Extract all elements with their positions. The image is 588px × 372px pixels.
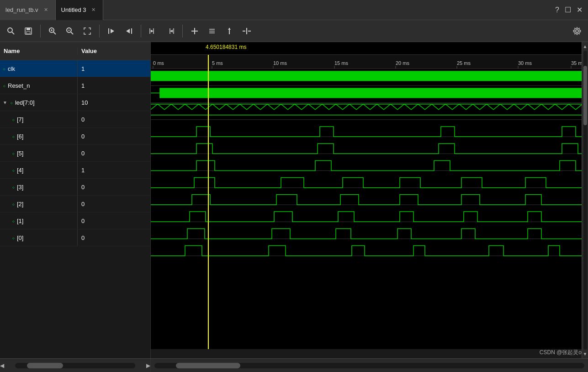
cursor-button[interactable] xyxy=(222,24,237,38)
led7-icon: ⬦ xyxy=(12,117,15,122)
waveform-display[interactable]: 0 ms 5 ms 10 ms 15 ms 20 ms 25 ms 30 ms … xyxy=(151,55,588,358)
toolbar xyxy=(0,20,588,42)
led6-label: [6] xyxy=(17,133,23,140)
sep1 xyxy=(40,25,41,37)
signal-name-led0: ⬦ [0] xyxy=(0,229,78,246)
svg-text:30 ms: 30 ms xyxy=(518,60,532,66)
led6-value: 0 xyxy=(78,133,88,140)
led6-icon: ⬦ xyxy=(12,133,15,139)
signal-name-clk: ⬦ clk xyxy=(0,60,78,77)
led-bus-value: 10 xyxy=(78,99,91,106)
waveform-scrollbar-container xyxy=(151,359,588,372)
signal-name-led3: ⬦ [3] xyxy=(0,179,78,195)
clk-label: clk xyxy=(8,65,15,72)
led1-label: [1] xyxy=(17,218,23,224)
signal-row-led2[interactable]: ⬦ [2] 0 xyxy=(0,196,150,213)
zoom-in-button[interactable] xyxy=(45,24,60,38)
svg-line-10 xyxy=(71,32,73,34)
svg-rect-63 xyxy=(160,88,588,98)
link-button[interactable] xyxy=(239,24,254,38)
led3-value: 0 xyxy=(78,184,88,191)
svg-point-32 xyxy=(576,30,578,32)
led-bus-label: led[7:0] xyxy=(15,99,35,106)
h-scrollbar-thumb[interactable] xyxy=(27,363,63,368)
value-column-header: Value xyxy=(78,48,101,54)
led0-label: [0] xyxy=(17,234,23,241)
signal-row-led-bus[interactable]: ▼ ⬦ led[7:0] 10 xyxy=(0,94,150,111)
signal-name-led5: ⬦ [5] xyxy=(0,145,78,161)
fit-button[interactable] xyxy=(80,24,95,38)
led7-value: 0 xyxy=(78,116,88,123)
svg-marker-20 xyxy=(170,30,173,32)
v-scrollbar-thumb[interactable] xyxy=(583,66,587,126)
expand-icon[interactable]: ▼ xyxy=(3,100,7,105)
waveform-area[interactable]: 4.650184831 ms 0 ms 5 ms 10 ms 15 ms 20 … xyxy=(151,42,588,358)
signal-row-led3[interactable]: ⬦ [3] 0 xyxy=(0,179,150,196)
led2-label: [2] xyxy=(17,201,23,207)
signal-row-clk[interactable]: ⬦ clk 1 xyxy=(0,60,150,77)
close-icon[interactable]: ✕ xyxy=(577,5,583,14)
scroll-up-arrow[interactable]: ▲ xyxy=(583,44,588,49)
signal-bottom-scrollbar: ◀ ▶ xyxy=(0,359,151,372)
led4-label: [4] xyxy=(17,167,23,174)
bottom-bar: ◀ ▶ xyxy=(0,358,588,372)
tab-close-led[interactable]: ✕ xyxy=(42,6,50,14)
svg-text:15 ms: 15 ms xyxy=(334,60,348,66)
led4-icon: ⬦ xyxy=(12,167,15,173)
svg-rect-3 xyxy=(26,28,30,30)
sep2 xyxy=(99,25,100,37)
vertical-scrollbar[interactable]: ▲ ▼ xyxy=(582,42,588,358)
signal-header: Name Value xyxy=(0,42,150,60)
svg-line-6 xyxy=(53,32,56,34)
led3-label: [3] xyxy=(17,184,23,191)
signal-row-led6[interactable]: ⬦ [6] 0 xyxy=(0,128,150,145)
signal-row-reset[interactable]: ⬦ Reset_n 1 xyxy=(0,77,150,94)
svg-text:5 ms: 5 ms xyxy=(212,60,223,66)
save-button[interactable] xyxy=(21,24,36,38)
waveform-h-thumb[interactable] xyxy=(176,363,240,368)
svg-marker-17 xyxy=(151,30,154,32)
svg-text:0 ms: 0 ms xyxy=(153,60,164,66)
search-button[interactable] xyxy=(4,24,18,38)
marker-prev-button[interactable] xyxy=(146,24,160,38)
signal-row-led1[interactable]: ⬦ [1] 0 xyxy=(0,213,150,229)
led5-icon: ⬦ xyxy=(12,150,15,156)
signal-name-led7: ⬦ [7] xyxy=(0,111,78,128)
marker-next-button[interactable] xyxy=(163,24,178,38)
signal-row-led7[interactable]: ⬦ [7] 0 xyxy=(0,111,150,128)
prev-edge-button[interactable] xyxy=(104,24,119,38)
reset-icon: ⬦ xyxy=(3,83,6,88)
title-bar: led_run_tb.v ✕ Untitled 3 ✕ ? ☐ ✕ xyxy=(0,0,588,20)
signal-row-led5[interactable]: ⬦ [5] 0 xyxy=(0,145,150,162)
signal-name-led1: ⬦ [1] xyxy=(0,213,78,229)
tab-led-run-tb[interactable]: led_run_tb.v ✕ xyxy=(0,0,56,20)
signal-row-led4[interactable]: ⬦ [4] 1 xyxy=(0,162,150,179)
svg-rect-62 xyxy=(151,71,588,81)
add-signal-button[interactable] xyxy=(187,24,202,38)
signal-rows: ⬦ clk 1 ⬦ Reset_n 1 ▼ ⬦ led[7:0] xyxy=(0,60,150,358)
cursor-time: 4.650184831 ms xyxy=(206,44,246,50)
watermark: CSDN @张起灵ov xyxy=(540,349,584,356)
scroll-left-arrow[interactable]: ◀ xyxy=(0,362,4,369)
led3-icon: ⬦ xyxy=(12,184,15,190)
tab-label: led_run_tb.v xyxy=(5,6,38,13)
led1-value: 0 xyxy=(78,218,88,224)
clk-icon: ⬦ xyxy=(3,66,6,71)
timestamp-bar: 4.650184831 ms xyxy=(151,42,588,55)
scroll-right-arrow[interactable]: ▶ xyxy=(146,362,150,369)
sep4 xyxy=(182,25,183,37)
signal-row-led0[interactable]: ⬦ [0] 0 xyxy=(0,229,150,246)
led4-value: 1 xyxy=(78,167,88,174)
zoom-out-button[interactable] xyxy=(63,24,77,38)
svg-line-1 xyxy=(12,32,14,34)
sep3 xyxy=(141,25,141,37)
restore-icon[interactable]: ☐ xyxy=(565,5,571,14)
group-button[interactable] xyxy=(205,24,219,38)
help-icon[interactable]: ? xyxy=(555,6,559,14)
next-sim-button[interactable] xyxy=(122,24,136,38)
settings-button[interactable] xyxy=(570,24,584,38)
scroll-down-arrow[interactable]: ▼ xyxy=(583,351,588,356)
tab-untitled3[interactable]: Untitled 3 ✕ xyxy=(56,0,104,20)
tab-close-untitled[interactable]: ✕ xyxy=(90,6,97,14)
led2-value: 0 xyxy=(78,201,88,207)
